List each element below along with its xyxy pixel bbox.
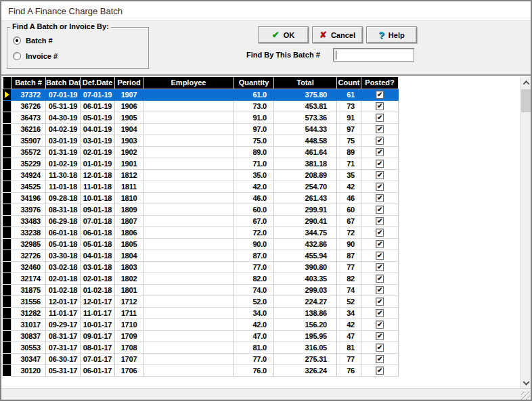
cell-batch-date: 05-31-19 — [46, 101, 81, 112]
posted-checkbox[interactable]: ✔ — [376, 275, 384, 283]
posted-checkbox[interactable]: ✔ — [376, 114, 384, 122]
cell-period: 1706 — [115, 365, 143, 377]
posted-checkbox[interactable]: ✔ — [376, 344, 384, 352]
posted-checkbox[interactable]: ✔ — [376, 252, 384, 260]
posted-checkbox[interactable]: ✔ — [376, 321, 384, 329]
table-row[interactable]: 3298505-01-1805-01-18180590.0432.8690✔ — [3, 239, 399, 250]
posted-checkbox[interactable]: ✔ — [376, 194, 384, 202]
table-row[interactable]: 3272603-30-1804-01-18180487.0455.9487✔ — [3, 250, 399, 262]
scroll-down-button[interactable] — [520, 377, 531, 388]
table-row[interactable]: 3348306-29-1807-01-18180767.0290.4167✔ — [3, 216, 399, 227]
cell-count: 74 — [337, 285, 361, 296]
posted-checkbox[interactable]: ✔ — [376, 102, 384, 110]
table-row[interactable]: 3101709-29-1710-01-17171042.0156.2042✔ — [3, 319, 399, 331]
grid-header-row: Batch #Batch DateDef.DatePeriodEmployeeQ… — [3, 77, 399, 89]
radio-invoice-label: Invoice # — [26, 52, 58, 60]
posted-checkbox[interactable]: ✔ — [376, 298, 384, 306]
radio-batch-number[interactable]: Batch # — [13, 37, 53, 45]
column-header-batch-[interactable]: Batch # — [12, 77, 46, 89]
cell-posted: ✔ — [361, 227, 399, 239]
cell-count: 46 — [337, 193, 361, 204]
ok-button[interactable]: ✔ OK — [258, 26, 309, 43]
column-header-total[interactable]: Total — [274, 77, 337, 89]
table-row[interactable]: 3397608-31-1809-01-18180960.0299.9160✔ — [3, 204, 399, 216]
posted-checkbox[interactable]: ✔ — [376, 240, 384, 248]
radio-button-icon[interactable] — [13, 37, 21, 45]
column-header-period[interactable]: Period — [115, 77, 143, 89]
posted-checkbox[interactable]: ✔ — [376, 332, 384, 340]
table-row[interactable]: 3323806-01-1806-01-18180672.0344.7572✔ — [3, 227, 399, 239]
resize-grip-icon[interactable] — [521, 392, 530, 400]
help-button[interactable]: ? Help — [366, 26, 417, 43]
posted-checkbox[interactable]: ✔ — [376, 148, 384, 156]
posted-checkbox[interactable]: ✔ — [376, 263, 384, 271]
cell-posted: ✔ — [361, 135, 399, 147]
cell-batch: 36726 — [12, 101, 46, 112]
cell-quantity: 87.0 — [234, 250, 274, 262]
scrollbar-thumb[interactable] — [521, 89, 531, 112]
column-header-batch-date[interactable]: Batch Date — [46, 77, 81, 89]
cancel-button[interactable]: ✘ Cancel — [312, 26, 363, 43]
posted-checkbox[interactable]: ✔ — [376, 355, 384, 363]
posted-checkbox[interactable]: ✔ — [376, 229, 384, 237]
table-row[interactable]: 3452511-01-1811-01-18181142.0254.7042✔ — [3, 181, 399, 193]
table-row[interactable]: 3737207-01-1907-01-19190761.0375.8061✔ — [3, 89, 399, 101]
cell-def-date: 05-01-19 — [81, 112, 115, 124]
table-row[interactable]: 3557201-31-1902-01-19190289.0461.6489✔ — [3, 147, 399, 158]
table-row[interactable]: 3187501-02-1801-02-18180174.0299.0374✔ — [3, 285, 399, 296]
column-header-employee[interactable]: Employee — [143, 77, 234, 89]
posted-checkbox[interactable]: ✔ — [376, 91, 384, 99]
posted-checkbox[interactable]: ✔ — [376, 160, 384, 168]
posted-checkbox[interactable]: ✔ — [376, 217, 384, 225]
row-indicator-cell — [3, 365, 12, 377]
table-row[interactable]: 3522901-02-1901-01-19190171.0381.1871✔ — [3, 158, 399, 170]
posted-checkbox[interactable]: ✔ — [376, 183, 384, 191]
table-row[interactable]: 3672605-31-1906-01-19190673.0453.8173✔ — [3, 101, 399, 112]
table-row[interactable]: 3155612-01-1712-01-17171252.0224.2752✔ — [3, 296, 399, 308]
posted-checkbox[interactable]: ✔ — [376, 286, 384, 294]
table-row[interactable]: 3055307-31-1708-01-17170881.0316.0581✔ — [3, 342, 399, 354]
cell-posted: ✔ — [361, 101, 399, 112]
cell-count: 52 — [337, 296, 361, 308]
table-row[interactable]: 3492411-30-1812-01-18181235.0208.8935✔ — [3, 170, 399, 181]
vertical-scrollbar[interactable] — [520, 77, 531, 388]
cell-quantity: 91.0 — [234, 112, 274, 124]
posted-checkbox[interactable]: ✔ — [376, 367, 384, 375]
cell-employee — [143, 158, 234, 170]
column-header-count[interactable]: Count — [337, 77, 361, 89]
posted-checkbox[interactable]: ✔ — [376, 206, 384, 214]
find-batch-input[interactable] — [333, 48, 414, 62]
cell-total: 195.95 — [274, 331, 337, 342]
table-row[interactable]: 3012005-31-1706-01-17170676.0326.2476✔ — [3, 365, 399, 377]
cell-quantity: 90.0 — [234, 239, 274, 250]
table-row[interactable]: 3217402-01-1802-01-18180282.0403.3582✔ — [3, 273, 399, 285]
posted-checkbox[interactable]: ✔ — [376, 137, 384, 145]
cell-posted: ✔ — [361, 216, 399, 227]
table-row[interactable]: 3419609-28-1810-01-18181046.0261.4346✔ — [3, 193, 399, 204]
row-indicator-cell — [3, 250, 12, 262]
table-row[interactable]: 3647304-30-1905-01-19190591.0573.3691✔ — [3, 112, 399, 124]
cell-employee — [143, 227, 234, 239]
table-row[interactable]: 3621604-02-1904-01-19190497.0544.3397✔ — [3, 124, 399, 135]
cell-batch-date: 09-28-18 — [46, 193, 81, 204]
posted-checkbox[interactable]: ✔ — [376, 125, 384, 133]
table-row[interactable]: 3128211-01-1711-01-17171134.0138.8634✔ — [3, 308, 399, 319]
groupbox-label: Find A Batch or Invoice By: — [10, 22, 111, 30]
column-header-def-date[interactable]: Def.Date — [81, 77, 115, 89]
posted-checkbox[interactable]: ✔ — [376, 309, 384, 317]
radio-button-icon[interactable] — [13, 52, 21, 60]
table-row[interactable]: 3034706-30-1707-01-17170777.0275.3177✔ — [3, 354, 399, 365]
cell-count: 34 — [337, 308, 361, 319]
cell-count: 72 — [337, 227, 361, 239]
table-row[interactable]: 3590703-01-1903-01-19190375.0448.5875✔ — [3, 135, 399, 147]
radio-invoice-number[interactable]: Invoice # — [13, 52, 58, 60]
column-header-posted-[interactable]: Posted? — [361, 77, 399, 89]
scroll-up-button[interactable] — [520, 77, 531, 88]
cell-quantity: 77.0 — [234, 354, 274, 365]
posted-checkbox[interactable]: ✔ — [376, 171, 384, 179]
table-row[interactable]: 3246003-02-1803-01-18180377.0390.8077✔ — [3, 262, 399, 273]
column-header-quantity[interactable]: Quantity — [234, 77, 274, 89]
cell-total: 254.70 — [274, 181, 337, 193]
cell-quantity: 71.0 — [234, 158, 274, 170]
table-row[interactable]: 3083708-31-1709-01-17170947.0195.9547✔ — [3, 331, 399, 342]
